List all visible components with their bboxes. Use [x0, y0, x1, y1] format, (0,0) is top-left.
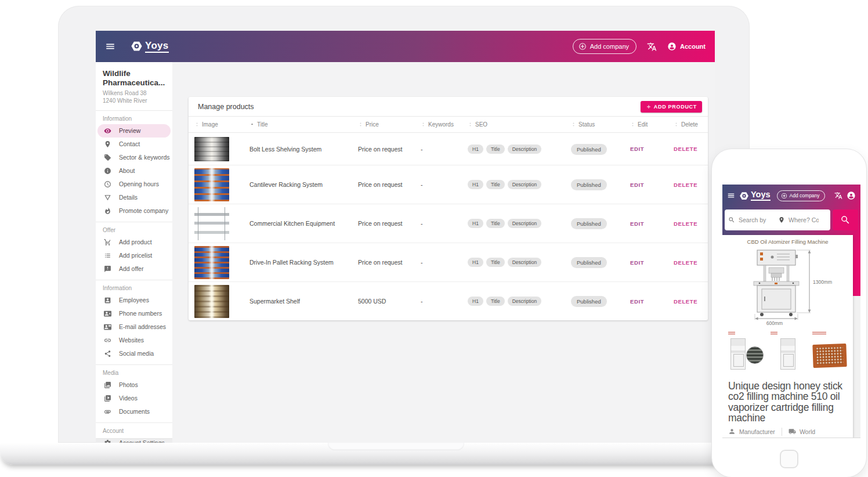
column-header-title[interactable]: Title	[244, 121, 352, 128]
translate-icon[interactable]	[647, 42, 657, 52]
search-button[interactable]	[833, 209, 858, 230]
section-label-media: Media	[96, 365, 172, 378]
sidebar-item-label: Videos	[119, 395, 138, 402]
column-label: Keywords	[428, 121, 454, 128]
sidebar-item-about[interactable]: About	[96, 164, 172, 178]
machine-thumb	[730, 338, 746, 370]
location-pin-icon	[104, 140, 111, 148]
table-body: Bolt Less Shelving System Price on reque…	[189, 133, 708, 320]
sidebar-item-videos[interactable]: Videos	[96, 392, 172, 405]
product-thumbnail	[194, 137, 229, 161]
video-library-icon	[104, 395, 111, 402]
add-company-button[interactable]: Add company	[777, 190, 825, 201]
product-image-caption: CBD Oil Atomizer Filling Machine	[722, 238, 853, 245]
account-menu[interactable]: Account	[667, 42, 706, 51]
sidebar-item-employees[interactable]: Employees	[96, 294, 172, 307]
sidebar-item-details[interactable]: Details	[96, 191, 172, 204]
hamburger-menu-icon[interactable]	[727, 191, 735, 200]
section-label-information: Information	[96, 111, 172, 124]
sidebar-item-preview[interactable]: Preview	[97, 124, 171, 138]
sidebar-item-phone-numbers[interactable]: Phone numbers	[96, 307, 172, 320]
cart-icon	[104, 238, 111, 246]
yoys-logo[interactable]: Yoys	[739, 190, 771, 201]
sidebar-item-promote-company[interactable]: Promote company	[96, 204, 172, 218]
main-content: Manage products ADD PRODUCT Image	[172, 62, 715, 444]
seo-chips: H1 Title Description	[462, 258, 565, 267]
sidebar-item-documents[interactable]: Documents	[96, 405, 172, 418]
location-input[interactable]	[787, 216, 820, 224]
sidebar-item-label: Documents	[119, 408, 150, 415]
product-thumbnail[interactable]	[727, 330, 764, 374]
company-address-line1: Wilkens Road 38	[103, 89, 168, 97]
hamburger-menu-icon[interactable]	[105, 41, 115, 52]
edit-link[interactable]: EDIT	[624, 146, 668, 152]
edit-link[interactable]: EDIT	[624, 182, 668, 188]
edit-link[interactable]: EDIT	[624, 221, 668, 227]
add-product-button[interactable]: ADD PRODUCT	[641, 101, 702, 113]
seo-chip: H1	[468, 258, 483, 267]
laptop-base	[0, 443, 750, 465]
sidebar-item-label: Add product	[119, 238, 152, 245]
seo-chip: Description	[508, 258, 542, 267]
company-info-block: Wildlife Pharmaceutica... Wilkens Road 3…	[96, 62, 172, 111]
column-header-edit[interactable]: Edit	[624, 121, 668, 128]
product-price: Price on request	[352, 220, 415, 227]
add-company-button[interactable]: Add company	[573, 39, 636, 54]
column-header-image[interactable]: Image	[189, 121, 244, 128]
yoys-logo-text: Yoys	[145, 40, 169, 53]
delete-link[interactable]: DELETE	[668, 146, 708, 152]
search-section	[722, 207, 860, 230]
sidebar-item-opening-hours[interactable]: Opening hours	[96, 178, 172, 191]
sidebar-item-email-addresses[interactable]: E-mail addresses	[96, 320, 172, 334]
delete-link[interactable]: DELETE	[668, 259, 708, 266]
sidebar-item-websites[interactable]: Websites	[96, 334, 172, 347]
column-header-delete[interactable]: Delete	[668, 121, 708, 128]
sort-icon	[674, 122, 679, 127]
delete-link[interactable]: DELETE	[668, 298, 708, 305]
account-circle-icon	[667, 42, 677, 51]
sidebar-item-add-offer[interactable]: Add offer	[96, 262, 172, 276]
sidebar-item-social-media[interactable]: Social media	[96, 347, 172, 360]
delete-link[interactable]: DELETE	[668, 182, 708, 188]
sidebar-item-add-pricelist[interactable]: Add pricelist	[96, 249, 172, 262]
cartridge-tray-thumb	[812, 344, 847, 368]
sidebar-item-label: Details	[119, 194, 138, 201]
column-header-price[interactable]: Price	[352, 121, 415, 128]
edit-link[interactable]: EDIT	[624, 259, 668, 266]
column-label: Title	[257, 121, 268, 128]
top-navbar: Yoys Add company Account	[96, 31, 715, 62]
section-label-offer: Offer	[96, 222, 172, 236]
column-header-keywords[interactable]: Keywords	[415, 121, 462, 128]
seo-chip: Title	[486, 144, 505, 154]
plus-circle-icon	[781, 193, 787, 199]
sidebar-item-photos[interactable]: Photos	[96, 378, 172, 392]
eye-icon	[104, 127, 111, 135]
seo-chip: Title	[486, 258, 505, 267]
account-circle-icon[interactable]	[847, 191, 856, 200]
column-header-status[interactable]: Status	[565, 121, 624, 128]
thumbnail-brand-mark	[771, 331, 777, 334]
sidebar-item-add-product[interactable]: Add product	[96, 236, 172, 249]
column-label: Status	[578, 121, 595, 128]
product-title: Drive-In Pallet Racking System	[244, 259, 352, 266]
product-thumbnail[interactable]	[769, 330, 806, 374]
truck-icon	[789, 428, 796, 435]
seo-chip: Title	[486, 297, 505, 306]
product-hero-image[interactable]: CBD Oil Atomizer Filling Machine	[722, 235, 853, 327]
details-triangle-icon	[104, 194, 111, 201]
sidebar-item-contact[interactable]: Contact	[96, 138, 172, 151]
translate-icon[interactable]	[834, 191, 842, 200]
edit-link[interactable]: EDIT	[624, 298, 668, 305]
seo-chip: H1	[468, 219, 483, 228]
phone-navbar: Yoys Add company	[722, 185, 860, 207]
sidebar: Wildlife Pharmaceutica... Wilkens Road 3…	[96, 62, 172, 438]
product-thumbnail[interactable]	[811, 330, 848, 374]
sidebar-item-sector-keywords[interactable]: Sector & keywords	[96, 151, 172, 164]
sidebar-item-label: Websites	[119, 337, 144, 344]
section-label-information-2: Information	[96, 280, 172, 294]
delete-link[interactable]: DELETE	[668, 221, 708, 227]
location-pin-icon	[778, 216, 785, 223]
yoys-logo[interactable]: Yoys	[131, 40, 169, 53]
column-header-seo[interactable]: SEO	[462, 121, 565, 128]
search-input[interactable]	[737, 216, 776, 224]
